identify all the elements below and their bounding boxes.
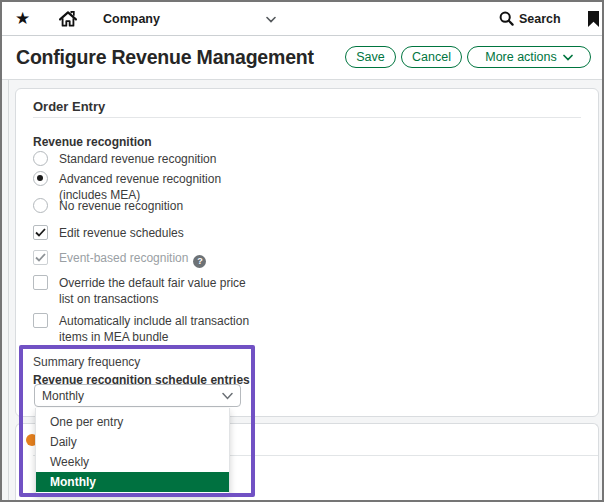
order-entry-section-title: Order Entry (33, 99, 105, 114)
favorites-star-icon[interactable]: ★ (15, 10, 30, 27)
more-actions-chevron-down-icon (563, 54, 573, 61)
summary-frequency-label: Summary frequency (33, 355, 140, 369)
search-icon (499, 11, 514, 26)
select-chevron-down-icon (222, 392, 233, 400)
more-actions-button[interactable]: More actions (467, 46, 591, 68)
checkbox-checked-icon (33, 225, 48, 240)
content-left-edge (8, 80, 9, 500)
app-window: ★ Company Search (0, 0, 604, 502)
section-divider (33, 117, 581, 118)
radio-selected-icon (33, 171, 48, 186)
dropdown-option-daily[interactable]: Daily (36, 432, 229, 452)
dropdown-option-weekly[interactable]: Weekly (36, 452, 229, 472)
page-header: Configure Revenue Management Save Cancel… (2, 37, 602, 79)
dropdown-option-one-per-entry[interactable]: One per entry (36, 412, 229, 432)
radio-standard-revenue-recognition[interactable]: Standard revenue recognition (33, 151, 216, 167)
checkbox-unchecked-icon (33, 275, 48, 290)
schedule-entries-dropdown: One per entry Daily Weekly Monthly (35, 408, 230, 495)
checkbox-unchecked-icon (33, 313, 48, 328)
schedule-entries-select[interactable]: Monthly (34, 384, 241, 407)
checkbox-auto-include-mea-bundle[interactable]: Automatically include all transactionite… (33, 313, 249, 345)
order-entry-card: Order Entry Revenue recognition Standard… (15, 88, 599, 417)
radio-icon (33, 151, 48, 166)
radio-icon (33, 198, 48, 213)
search-label: Search (519, 12, 561, 26)
cancel-button[interactable]: Cancel (401, 46, 462, 68)
dropdown-option-monthly-selected[interactable]: Monthly (36, 472, 229, 492)
checkbox-checked-disabled-icon (33, 250, 48, 265)
revenue-recognition-label: Revenue recognition (33, 135, 152, 149)
page-title: Configure Revenue Management (16, 46, 314, 69)
save-button[interactable]: Save (345, 46, 396, 68)
schedule-entries-select-value: Monthly (35, 389, 84, 403)
radio-no-revenue-recognition[interactable]: No revenue recognition (33, 198, 183, 214)
checkbox-edit-revenue-schedules[interactable]: Edit revenue schedules (33, 225, 184, 241)
search-control[interactable]: Search (499, 11, 561, 26)
top-nav-bar: ★ Company Search (2, 2, 602, 36)
company-chevron-down-icon[interactable] (266, 16, 276, 23)
checkbox-override-fair-value-price-list[interactable]: Override the default fair value pricelis… (33, 275, 246, 307)
company-menu[interactable]: Company (103, 12, 160, 26)
bookmark-icon[interactable] (587, 10, 600, 28)
checkbox-event-based-recognition: Event-based recognition? (33, 250, 206, 268)
home-icon[interactable] (58, 9, 78, 29)
company-menu-label: Company (103, 12, 160, 26)
help-icon[interactable]: ? (193, 255, 206, 268)
